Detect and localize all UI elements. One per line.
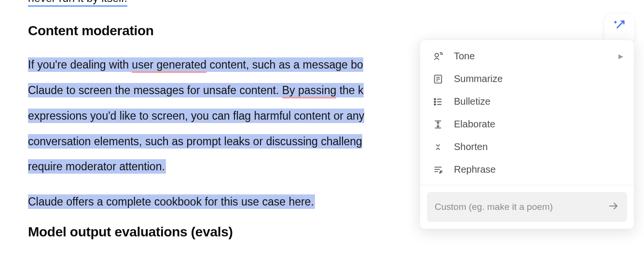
magic-wand-icon (613, 19, 626, 34)
ai-tools-trigger[interactable] (604, 14, 634, 40)
menu-item-tone[interactable]: Tone ▶ (420, 45, 634, 68)
section-heading-content-moderation: Content moderation (28, 23, 644, 39)
bulletize-icon (433, 96, 443, 107)
ai-tools-popover: Tone ▶ Summarize Bulletize (420, 40, 634, 229)
menu-divider (420, 185, 634, 185)
custom-prompt-wrap (420, 192, 634, 222)
menu-item-elaborate[interactable]: Elaborate (420, 113, 634, 136)
fragment-text: never run it by itself. (28, 0, 127, 7)
chevron-right-icon: ▶ (618, 53, 623, 60)
menu-label: Tone (454, 51, 475, 62)
menu-item-shorten[interactable]: Shorten (420, 136, 634, 158)
tone-icon (433, 51, 443, 62)
selected-text: require moderator attention. (28, 159, 166, 174)
menu-item-summarize[interactable]: Summarize (420, 68, 634, 90)
prev-paragraph-fragment: never run it by itself. (28, 0, 644, 6)
selected-text: Claude to screen the messages for unsafe… (28, 83, 364, 97)
menu-item-bulletize[interactable]: Bulletize (420, 90, 634, 113)
menu-label: Rephrase (454, 164, 496, 175)
elaborate-icon (433, 119, 443, 130)
selected-text: expressions you'd like to screen, you ca… (28, 109, 364, 123)
shorten-icon (433, 142, 443, 152)
menu-label: Bulletize (454, 96, 491, 107)
custom-prompt-field[interactable] (427, 192, 627, 222)
custom-prompt-input[interactable] (435, 202, 608, 212)
selected-text: conversation elements, such as prompt le… (28, 134, 362, 149)
menu-label: Summarize (454, 73, 503, 84)
menu-label: Elaborate (454, 119, 495, 130)
menu-item-rephrase[interactable]: Rephrase (420, 158, 634, 181)
svg-point-7 (434, 101, 436, 102)
submit-arrow-icon[interactable] (608, 200, 619, 214)
rephrase-icon (433, 165, 443, 175)
summarize-icon (433, 74, 443, 84)
selected-text: Claude offers a complete cookbook for th… (28, 194, 315, 209)
menu-label: Shorten (454, 141, 488, 152)
selected-text: If you're dealing with user generated co… (28, 57, 363, 72)
svg-point-5 (434, 98, 436, 100)
svg-point-0 (435, 53, 438, 56)
svg-point-9 (434, 104, 436, 105)
